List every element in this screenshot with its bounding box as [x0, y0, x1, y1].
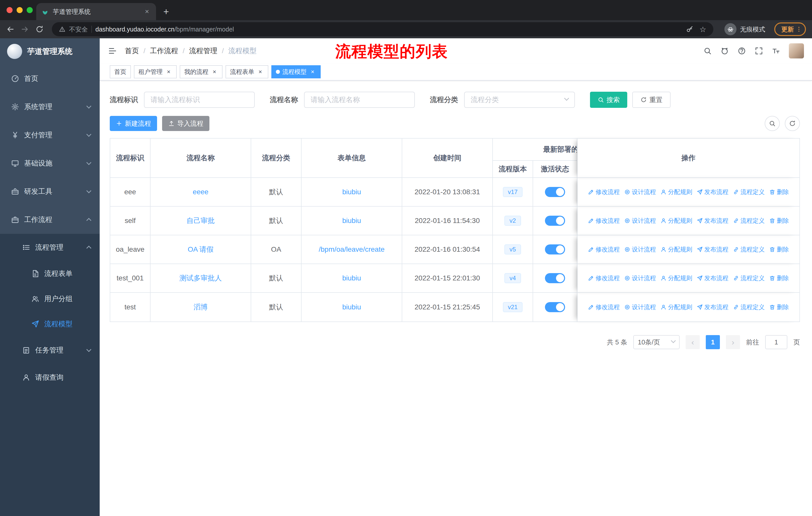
close-icon[interactable]: ×: [309, 68, 316, 75]
address-bar[interactable]: 不安全 dashboard.yudao.iocoder.cn/bpm/manag…: [52, 22, 713, 36]
modify-flow-action[interactable]: 修改流程: [588, 274, 620, 282]
delete-action[interactable]: 删除: [769, 217, 789, 225]
active-toggle[interactable]: [545, 187, 565, 197]
design-flow-action[interactable]: 设计流程: [624, 245, 656, 253]
modify-flow-action[interactable]: 修改流程: [588, 217, 620, 225]
search-button[interactable]: 搜索: [590, 92, 627, 108]
model-name-link[interactable]: 测试多审批人: [179, 273, 222, 283]
next-page-button[interactable]: ›: [726, 335, 740, 349]
design-flow-action[interactable]: 设计流程: [624, 303, 656, 311]
assign-rule-action[interactable]: 分配规则: [661, 188, 692, 196]
new-tab-button[interactable]: +: [159, 4, 173, 19]
sidebar-item-payment[interactable]: 支付管理: [0, 121, 100, 149]
user-avatar[interactable]: [789, 43, 804, 58]
active-toggle[interactable]: [545, 302, 565, 312]
import-flow-button[interactable]: 导入流程: [162, 116, 209, 131]
flow-id-input[interactable]: [144, 92, 255, 108]
publish-flow-action[interactable]: 发布流程: [697, 245, 728, 253]
font-size-icon[interactable]: [772, 47, 780, 55]
password-key-icon[interactable]: [686, 25, 693, 33]
breadcrumb-process-mgmt[interactable]: 流程管理: [189, 46, 218, 56]
publish-flow-action[interactable]: 发布流程: [697, 217, 728, 225]
close-icon[interactable]: ×: [211, 68, 218, 75]
active-toggle[interactable]: [545, 273, 565, 283]
model-name-link[interactable]: eeee: [193, 188, 208, 196]
page-1-button[interactable]: 1: [706, 335, 720, 349]
forward-button[interactable]: [21, 25, 29, 33]
close-icon[interactable]: ×: [165, 68, 172, 75]
sidebar-item-leave-query[interactable]: 请假查询: [0, 364, 100, 391]
sidebar-item-workflow[interactable]: 工作流程: [0, 206, 100, 234]
page-size-select[interactable]: 10条/页: [633, 335, 679, 349]
sidebar-item-dashboard[interactable]: 首页: [0, 64, 100, 93]
sidebar-item-system[interactable]: 系统管理: [0, 93, 100, 121]
publish-flow-action[interactable]: 发布流程: [697, 303, 728, 311]
goto-page-input[interactable]: [765, 335, 787, 349]
sidebar-item-process-form[interactable]: 流程表单: [0, 261, 100, 286]
modify-flow-action[interactable]: 修改流程: [588, 188, 620, 196]
flow-definition-action[interactable]: 流程定义: [733, 274, 765, 282]
form-info-link[interactable]: biubiu: [342, 274, 361, 282]
tag-my-flows[interactable]: 我的流程×: [180, 65, 223, 78]
active-toggle[interactable]: [545, 244, 565, 254]
browser-tab[interactable]: 芋道管理系统 ×: [36, 3, 156, 20]
publish-flow-action[interactable]: 发布流程: [697, 188, 728, 196]
tag-tenant-mgmt[interactable]: 租户管理×: [134, 65, 177, 78]
tag-process-model[interactable]: 流程模型×: [271, 65, 321, 78]
close-icon[interactable]: ×: [257, 68, 264, 75]
tag-process-form[interactable]: 流程表单×: [226, 65, 268, 78]
breadcrumb-home[interactable]: 首页: [125, 46, 139, 56]
modify-flow-action[interactable]: 修改流程: [588, 303, 620, 311]
flow-name-input[interactable]: [304, 92, 415, 108]
publish-flow-action[interactable]: 发布流程: [697, 274, 728, 282]
zoom-window-button[interactable]: [27, 7, 33, 13]
toggle-search-button[interactable]: [765, 116, 780, 131]
delete-action[interactable]: 删除: [769, 245, 789, 253]
tag-home[interactable]: 首页: [110, 65, 131, 78]
model-name-link[interactable]: 滔博: [194, 302, 208, 312]
github-icon[interactable]: [720, 47, 729, 55]
form-info-link[interactable]: biubiu: [342, 217, 361, 225]
model-name-link[interactable]: 自己审批: [186, 216, 215, 225]
form-info-link[interactable]: /bpm/oa/leave/create: [319, 245, 385, 253]
create-flow-button[interactable]: 新建流程: [110, 116, 157, 131]
flow-definition-action[interactable]: 流程定义: [733, 245, 765, 253]
fullscreen-icon[interactable]: [755, 47, 763, 55]
assign-rule-action[interactable]: 分配规则: [661, 217, 692, 225]
flow-definition-action[interactable]: 流程定义: [733, 217, 765, 225]
sidebar-item-devtools[interactable]: 研发工具: [0, 178, 100, 206]
reset-button[interactable]: 重置: [632, 92, 671, 108]
collapse-sidebar-icon[interactable]: [108, 46, 117, 56]
back-button[interactable]: [6, 25, 14, 33]
browser-menu-icon[interactable]: [795, 26, 803, 33]
form-info-link[interactable]: biubiu: [342, 303, 361, 311]
bookmark-star-icon[interactable]: ☆: [699, 25, 706, 34]
active-toggle[interactable]: [545, 216, 565, 226]
close-tab-icon[interactable]: ×: [143, 7, 151, 16]
delete-action[interactable]: 删除: [769, 303, 789, 311]
close-window-button[interactable]: [6, 7, 12, 13]
flow-definition-action[interactable]: 流程定义: [733, 303, 765, 311]
flow-definition-action[interactable]: 流程定义: [733, 188, 765, 196]
delete-action[interactable]: 删除: [769, 274, 789, 282]
model-name-link[interactable]: OA 请假: [188, 245, 214, 254]
search-icon[interactable]: [703, 47, 712, 55]
prev-page-button[interactable]: ‹: [686, 335, 700, 349]
minimize-window-button[interactable]: [17, 7, 23, 13]
browser-update-button[interactable]: 更新: [774, 22, 806, 36]
design-flow-action[interactable]: 设计流程: [624, 188, 656, 196]
sidebar-item-task-mgmt[interactable]: 任务管理: [0, 336, 100, 364]
assign-rule-action[interactable]: 分配规则: [661, 274, 692, 282]
sidebar-item-process-mgmt[interactable]: 流程管理: [0, 234, 100, 261]
delete-action[interactable]: 删除: [769, 188, 789, 196]
design-flow-action[interactable]: 设计流程: [624, 274, 656, 282]
help-icon[interactable]: [737, 47, 746, 55]
refresh-table-button[interactable]: [785, 116, 800, 131]
reload-button[interactable]: [35, 25, 44, 33]
assign-rule-action[interactable]: 分配规则: [661, 303, 692, 311]
sidebar-item-user-group[interactable]: 用户分组: [0, 286, 100, 311]
flow-category-select[interactable]: 流程分类: [464, 92, 575, 108]
sidebar-item-infrastructure[interactable]: 基础设施: [0, 149, 100, 178]
breadcrumb-workflow[interactable]: 工作流程: [150, 46, 178, 56]
modify-flow-action[interactable]: 修改流程: [588, 245, 620, 253]
